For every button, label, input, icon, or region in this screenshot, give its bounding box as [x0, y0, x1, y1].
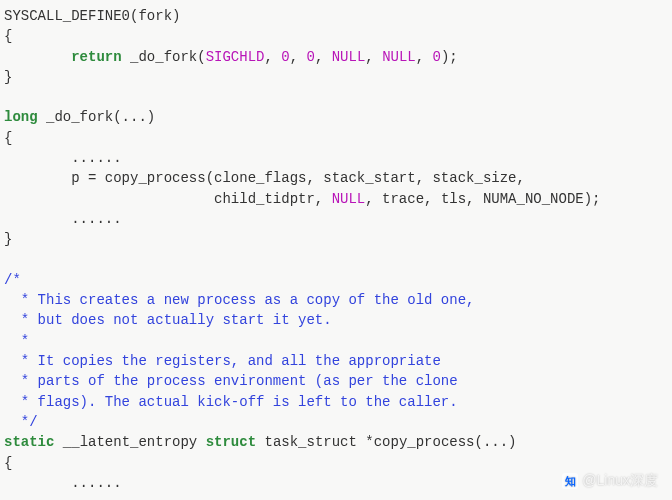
- code-line: p = copy_process(clone_flags, stack_star…: [4, 170, 525, 186]
- watermark: @Linux深度: [562, 470, 658, 490]
- watermark-text: @Linux深度: [582, 472, 658, 488]
- comment-line: * flags). The actual kick-off is left to…: [4, 394, 458, 410]
- code-line: ......: [4, 211, 122, 227]
- zhihu-logo-icon: [562, 473, 578, 489]
- comment-line: * It copies the registers, and all the a…: [4, 353, 441, 369]
- code-line: {: [4, 28, 12, 44]
- constant: SIGCHLD: [206, 49, 265, 65]
- keyword-long: long: [4, 109, 38, 125]
- comment-line: * This creates a new process as a copy o…: [4, 292, 474, 308]
- constant: NULL: [332, 191, 366, 207]
- code-block: SYSCALL_DEFINE0(fork) { return _do_fork(…: [4, 6, 668, 493]
- comment-line: * but does not actually start it yet.: [4, 312, 332, 328]
- code-line: ......: [4, 475, 122, 491]
- code-line: SYSCALL_DEFINE0(fork): [4, 8, 180, 24]
- comment-line: *: [4, 333, 29, 349]
- comment-line: * parts of the process environment (as p…: [4, 373, 458, 389]
- keyword-static: static: [4, 434, 54, 450]
- comment-line: */: [4, 414, 38, 430]
- code-line: }: [4, 69, 12, 85]
- comment-line: /*: [4, 272, 21, 288]
- code-line: {: [4, 455, 12, 471]
- code-line: {: [4, 130, 12, 146]
- code-line: }: [4, 231, 12, 247]
- code-line: ......: [4, 150, 122, 166]
- keyword-struct: struct: [206, 434, 256, 450]
- keyword-return: return: [71, 49, 121, 65]
